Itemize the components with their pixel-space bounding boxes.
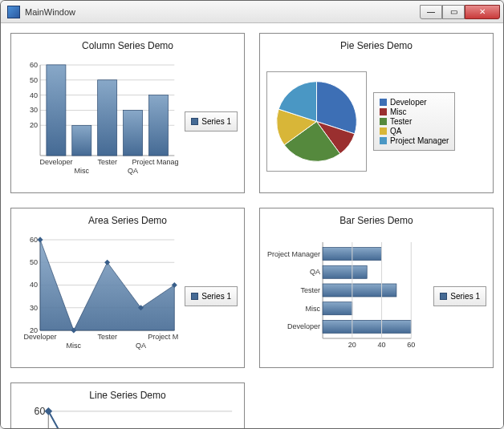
svg-text:Tester: Tester [301,286,321,294]
panel-title: Line Series Demo [89,390,165,401]
svg-text:Misc: Misc [306,305,321,313]
panel-bar: Bar Series Demo Project ManagerQATesterM… [259,208,494,368]
svg-text:30: 30 [30,106,38,114]
svg-text:Project Manager: Project Manager [267,250,320,258]
legend-swatch-icon [380,127,387,135]
panel-title: Bar Series Demo [339,215,413,226]
bar-chart: Project ManagerQATesterMiscDeveloper 204… [266,231,427,361]
svg-text:Tester: Tester [97,158,117,166]
svg-rect-16 [148,95,168,156]
svg-rect-65 [45,407,53,415]
svg-text:Developer: Developer [39,158,72,166]
svg-text:QA: QA [128,167,138,175]
panel-pie: Pie Series Demo DeveloperMiscTesterQAPro… [259,33,494,193]
legend-item: QA [380,127,449,136]
panel-column: Column Series Demo 2030405060 DeveloperM… [10,33,245,193]
svg-text:40: 40 [378,341,386,349]
legend-label: Developer [390,98,427,107]
svg-rect-52 [323,265,367,278]
svg-rect-53 [323,284,396,297]
legend: Series 1 [185,111,238,132]
panel-line: Line Series Demo 60 [10,382,245,428]
svg-text:20: 20 [30,121,38,129]
legend-label: Tester [390,117,412,126]
panel-title: Pie Series Demo [340,40,413,51]
legend-label: Series 1 [201,292,231,301]
svg-text:50: 50 [30,258,38,266]
legend-swatch-icon [380,99,387,106]
legend: Series 1 [185,286,238,306]
svg-rect-54 [323,302,352,315]
svg-text:Misc: Misc [67,342,82,350]
panel-title: Column Series Demo [82,40,173,51]
svg-text:Misc: Misc [75,167,90,175]
svg-text:60: 60 [30,236,38,244]
legend-label: Project Manager [390,136,449,145]
legend-label: Series 1 [201,117,231,126]
close-button[interactable]: ✕ [465,5,500,19]
svg-text:40: 40 [30,281,38,289]
legend-label: Series 1 [450,292,480,301]
legend-label: Misc [390,107,407,116]
legend-item: Tester [380,117,449,126]
svg-rect-55 [323,320,411,333]
pie-chart [266,71,367,172]
legend-swatch-icon [191,293,198,300]
legend-swatch-icon [440,293,447,300]
svg-text:20: 20 [348,341,356,349]
scroll-container[interactable]: Column Series Demo 2030405060 DeveloperM… [1,23,503,428]
svg-rect-15 [124,110,143,156]
legend-item: Misc [380,107,449,116]
app-icon [7,6,20,18]
svg-text:50: 50 [30,76,38,84]
svg-rect-12 [47,65,66,156]
legend-swatch-icon [380,118,387,125]
legend: Series 1 [433,286,486,306]
legend-label: QA [390,127,401,136]
window-controls: — ▭ ✕ [420,5,500,19]
svg-text:Project Manager: Project Manager [132,158,178,166]
legend: DeveloperMiscTesterQAProject Manager [373,92,455,151]
svg-text:40: 40 [30,91,38,99]
maximize-button[interactable]: ▭ [442,5,465,19]
legend-item: Project Manager [380,136,449,145]
svg-text:QA: QA [310,268,320,276]
svg-text:60: 60 [30,61,38,69]
area-chart: 2030405060 DeveloperMiscTesterQAProject … [18,231,178,361]
line-chart: 60 [18,406,238,428]
minimize-button[interactable]: — [420,5,442,19]
svg-text:Developer: Developer [287,322,320,330]
svg-text:60: 60 [35,406,46,417]
svg-text:Project Manager: Project Manager [148,333,178,341]
content-area: Column Series Demo 2030405060 DeveloperM… [1,23,503,428]
svg-text:Tester: Tester [97,333,117,341]
legend-swatch-icon [191,118,198,125]
legend-item: Developer [380,98,449,107]
svg-rect-13 [72,125,91,156]
window-title: MainWindow [25,7,420,17]
svg-text:QA: QA [136,342,146,350]
svg-text:Developer: Developer [24,333,57,341]
svg-text:30: 30 [30,304,38,312]
column-chart: 2030405060 DeveloperMiscTesterQAProject … [18,56,178,186]
window-titlebar: MainWindow — ▭ ✕ [1,1,503,23]
svg-rect-14 [98,80,117,156]
legend-swatch-icon [380,137,387,144]
panel-area: Area Series Demo 2030405060 DeveloperMis… [10,208,245,368]
panel-title: Area Series Demo [88,215,167,226]
svg-rect-36 [104,260,110,265]
svg-rect-34 [38,237,43,242]
legend-swatch-icon [380,108,387,115]
svg-text:60: 60 [407,341,415,349]
